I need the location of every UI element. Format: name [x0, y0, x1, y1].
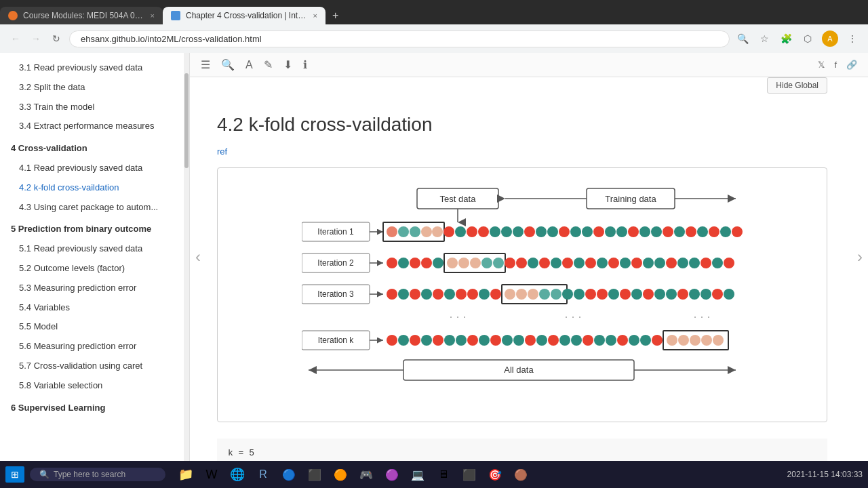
forward-button[interactable]: → — [28, 31, 43, 46]
svg-point-21 — [501, 226, 512, 237]
svg-point-25 — [547, 226, 558, 237]
svg-point-75 — [724, 258, 734, 268]
edit-icon[interactable]: ✎ — [264, 58, 273, 71]
tab-2-favicon — [171, 11, 180, 20]
sidebar-item-56[interactable]: 5.6 Measuring prediction error — [0, 337, 189, 357]
taskbar-app-12[interactable]: ⬛ — [457, 462, 481, 487]
share-icon[interactable]: 🔗 — [846, 60, 857, 70]
svg-point-11 — [387, 226, 397, 237]
app14-icon: 🟤 — [514, 468, 528, 481]
profile-avatar[interactable]: A — [822, 30, 838, 47]
svg-point-13 — [410, 226, 420, 237]
svg-point-20 — [490, 226, 500, 237]
taskbar-app-10[interactable]: 💻 — [406, 462, 430, 487]
taskbar-search[interactable]: 🔍 Type here to search — [30, 468, 165, 481]
hide-global-button[interactable]: Hide Global — [767, 77, 827, 94]
taskbar-app-14[interactable]: 🟤 — [509, 462, 533, 487]
sidebar-item-58[interactable]: 5.8 Variable selection — [0, 376, 189, 396]
svg-point-52 — [458, 258, 469, 268]
search-icon[interactable]: 🔍 — [735, 31, 750, 46]
svg-point-97 — [585, 289, 596, 300]
sidebar-item-41[interactable]: 4.1 Read previously saved data — [0, 159, 189, 178]
app6-icon: ⬛ — [308, 468, 321, 481]
url-bar[interactable]: ehsanx.github.io/into2ML/cross-validatio… — [69, 30, 730, 47]
search-icon-taskbar: 🔍 — [39, 470, 50, 479]
download-icon[interactable]: ⬇ — [283, 58, 292, 71]
ref-link[interactable]: ref — [217, 146, 827, 157]
svg-point-137 — [629, 335, 639, 346]
svg-point-41 — [732, 226, 743, 237]
svg-point-68 — [643, 258, 654, 268]
sidebar-item-42[interactable]: 4.2 k-fold cross-vaildation — [0, 178, 189, 198]
taskbar-app-6[interactable]: ⬛ — [302, 462, 327, 487]
taskbar-app-chrome[interactable]: 🌐 — [225, 462, 250, 487]
refresh-button[interactable]: ↻ — [49, 31, 64, 46]
svg-point-31 — [616, 226, 627, 237]
extension-icon[interactable]: 🧩 — [778, 31, 793, 46]
sidebar-item-52[interactable]: 5.2 Outcome levels (factor) — [0, 259, 189, 279]
next-arrow[interactable]: › — [857, 247, 863, 266]
extensions-icon[interactable]: ⬡ — [800, 31, 815, 46]
svg-point-109 — [724, 289, 734, 300]
twitter-icon[interactable]: 𝕏 — [818, 60, 825, 70]
svg-point-87 — [479, 289, 490, 300]
taskbar-app-explorer[interactable]: 📁 — [174, 462, 198, 487]
sidebar-scrollbar[interactable] — [184, 53, 189, 461]
facebook-icon[interactable]: f — [834, 60, 837, 70]
taskbar-app-7[interactable]: 🟠 — [328, 462, 353, 487]
svg-point-70 — [666, 258, 677, 268]
code-line-1: k = 5 — [228, 447, 816, 461]
svg-point-95 — [562, 289, 573, 300]
taskbar-app-word[interactable]: W — [199, 462, 224, 487]
bookmark-icon[interactable]: ☆ — [757, 31, 772, 46]
back-button[interactable]: ← — [8, 31, 23, 46]
start-button[interactable]: ⊞ — [5, 466, 24, 483]
sidebar-item-5[interactable]: 5 Prediction from binary outcome — [0, 220, 189, 239]
sidebar-item-34[interactable]: 3.4 Extract performance measures — [0, 117, 189, 136]
sidebar-item-32[interactable]: 3.2 Split the data — [0, 78, 189, 98]
svg-point-134 — [594, 335, 605, 346]
menu-icon[interactable]: ⋮ — [845, 31, 860, 46]
taskbar-app-9[interactable]: 🟣 — [380, 462, 404, 487]
svg-point-106 — [689, 289, 700, 300]
taskbar-app-5[interactable]: 🔵 — [277, 462, 301, 487]
tab-2[interactable]: Chapter 4 Cross-validation | Introductio… — [163, 7, 326, 24]
svg-point-35 — [663, 226, 673, 237]
svg-point-144 — [701, 335, 712, 346]
sidebar-item-6[interactable]: 6 Supervised Learning — [0, 399, 189, 418]
svg-point-136 — [617, 335, 628, 346]
taskbar-app-r[interactable]: R — [251, 462, 275, 487]
font-icon[interactable]: A — [245, 59, 253, 71]
svg-point-107 — [701, 289, 711, 300]
prev-arrow[interactable]: ‹ — [195, 247, 201, 266]
info-icon[interactable]: ℹ — [303, 58, 307, 71]
svg-point-63 — [585, 258, 596, 268]
sidebar-item-53[interactable]: 5.3 Measuring prediction error — [0, 279, 189, 298]
datetime-display: 2021-11-15 14:03:33 — [787, 470, 863, 479]
sidebar-item-54[interactable]: 5.4 Variables — [0, 298, 189, 318]
tab-1[interactable]: Course Modules: MEDI 504A 001 2021W1 Eme… — [0, 7, 163, 24]
svg-point-51 — [447, 258, 458, 268]
sidebar-item-51[interactable]: 5.1 Read previously saved data — [0, 239, 189, 259]
svg-point-130 — [548, 335, 559, 346]
sidebar-item-43[interactable]: 4.3 Using caret package to autom... — [0, 198, 189, 218]
sidebar-item-4[interactable]: 4 Cross-validation — [0, 139, 189, 159]
hamburger-icon[interactable]: ☰ — [201, 58, 210, 71]
new-tab-button[interactable]: + — [326, 7, 345, 24]
tab-1-close[interactable]: × — [151, 12, 155, 20]
search-toolbar-icon[interactable]: 🔍 — [221, 58, 235, 71]
svg-point-62 — [574, 258, 585, 268]
sidebar-scroll-thumb[interactable] — [184, 73, 189, 168]
sidebar-item-31[interactable]: 3.1 Read previously saved data — [0, 58, 189, 78]
sidebar-item-57[interactable]: 5.7 Cross-validation using caret — [0, 357, 189, 376]
taskbar-app-11[interactable]: 🖥 — [431, 462, 456, 487]
tab-2-close[interactable]: × — [313, 12, 317, 20]
svg-point-80 — [398, 289, 409, 300]
svg-point-90 — [505, 289, 515, 300]
app10-icon: 💻 — [411, 468, 425, 481]
sidebar-item-55[interactable]: 5.5 Model — [0, 317, 189, 337]
taskbar-app-13[interactable]: 🎯 — [483, 462, 507, 487]
taskbar-app-8[interactable]: 🎮 — [354, 462, 378, 487]
svg-text:· · ·: · · · — [564, 310, 581, 323]
sidebar-item-33[interactable]: 3.3 Train the model — [0, 98, 189, 117]
